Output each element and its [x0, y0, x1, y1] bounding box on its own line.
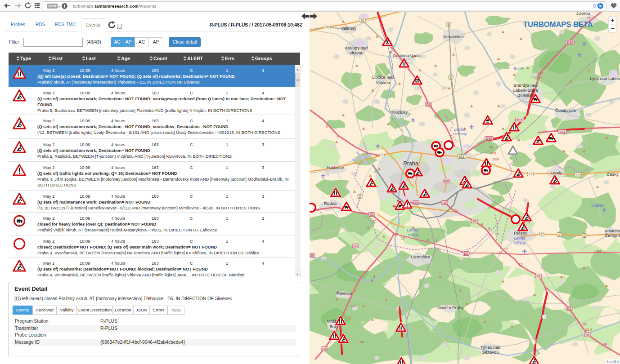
svg-text:10: 10 [394, 232, 398, 236]
svg-text:2b: 2b [454, 209, 458, 213]
svg-text:Veltrusy: Veltrusy [341, 26, 356, 31]
svg-text:2: 2 [584, 234, 585, 237]
svg-text:D8: D8 [427, 103, 431, 106]
svg-text:16: 16 [325, 26, 329, 29]
svg-text:Boleslav: Boleslav [517, 93, 534, 98]
svg-text:MO: MO [413, 201, 418, 204]
svg-text:Neratovice: Neratovice [443, 34, 463, 39]
svg-text:12: 12 [504, 247, 508, 251]
svg-text:Letňany: Letňany [453, 132, 467, 136]
svg-text:Praha: Praha [403, 160, 418, 167]
svg-text:D0: D0 [370, 213, 374, 216]
svg-text:−: − [611, 25, 614, 32]
svg-text:15: 15 [519, 262, 523, 266]
svg-text:16: 16 [360, 19, 364, 22]
svg-text:9: 9 [448, 23, 449, 26]
svg-text:D10: D10 [567, 41, 573, 44]
svg-text:Točná: Točná [408, 233, 418, 237]
svg-text:29: 29 [582, 322, 586, 326]
svg-text:24: 24 [359, 340, 364, 344]
svg-text:Vltavou: Vltavou [349, 50, 364, 55]
svg-text:34: 34 [603, 342, 607, 346]
svg-text:29 A: 29 A [585, 328, 592, 332]
svg-text:D1: D1 [443, 201, 447, 204]
svg-text:Odolena Voda: Odolena Voda [393, 53, 420, 58]
svg-text:Úvaly: Úvaly [551, 170, 562, 175]
svg-text:D0: D0 [464, 252, 468, 255]
svg-text:Letiště: Letiště [514, 236, 525, 240]
svg-text:Letiště: Letiště [454, 127, 465, 132]
svg-text:Lysá nad Labem: Lysá nad Labem [590, 76, 620, 81]
svg-text:D1: D1 [473, 220, 477, 223]
svg-text:12: 12 [576, 173, 580, 177]
svg-text:14: 14 [351, 304, 355, 308]
svg-text:3: 3 [544, 315, 545, 319]
svg-text:D11: D11 [560, 130, 565, 133]
svg-text:Říčany: Říčany [514, 241, 526, 245]
svg-text:9: 9 [450, 76, 452, 79]
svg-text:10: 10 [495, 232, 499, 236]
svg-text:Černošice: Černošice [411, 254, 431, 259]
svg-text:MO: MO [444, 180, 449, 183]
svg-text:60B: 60B [493, 157, 499, 161]
svg-text:601: 601 [459, 155, 464, 158]
svg-text:Řevnice: Řevnice [337, 291, 352, 296]
svg-text:12: 12 [529, 173, 532, 176]
svg-text:Černými: Černými [605, 233, 620, 238]
svg-text:Vltavou: Vltavou [376, 80, 390, 85]
svg-text:2: 2 [541, 233, 543, 236]
svg-text:608: 608 [490, 151, 496, 155]
svg-text:Letiště: Letiště [407, 228, 418, 232]
svg-text:D4: D4 [323, 347, 327, 351]
svg-text:15: 15 [373, 219, 377, 223]
svg-text:D1: D1 [586, 333, 590, 337]
svg-text:D1: D1 [567, 307, 571, 310]
svg-text:Leaflet: Leaflet [607, 360, 619, 364]
svg-text:82: 82 [598, 249, 602, 253]
svg-text:Český B: Český B [607, 172, 620, 177]
svg-text:7: 7 [381, 154, 383, 157]
svg-text:Kralupy nad: Kralupy nad [345, 45, 368, 50]
svg-text:27: 27 [586, 16, 591, 20]
svg-text:Vrátkov: Vrátkov [591, 203, 604, 208]
svg-text:59: 59 [489, 139, 493, 143]
svg-text:Jizerou: Jizerou [576, 12, 590, 16]
svg-text:5: 5 [359, 195, 361, 198]
svg-text:D0: D0 [310, 254, 314, 257]
svg-text:Roztoky: Roztoky [392, 110, 408, 115]
svg-text:+: + [611, 17, 614, 24]
svg-text:Rudná: Rudná [324, 201, 337, 206]
svg-text:60: 60 [489, 145, 493, 149]
svg-text:Borek: Borek [514, 67, 524, 71]
svg-text:Jílové u Prahy: Jílové u Prahy [436, 305, 463, 310]
svg-text:76: 76 [499, 250, 503, 254]
svg-text:Labem-Stará: Labem-Stará [513, 88, 539, 93]
svg-text:D1: D1 [537, 275, 541, 278]
svg-text:14: 14 [539, 75, 542, 80]
svg-text:2: 2 [558, 233, 560, 236]
svg-text:10: 10 [401, 236, 405, 240]
svg-text:Sázavou: Sázavou [482, 350, 499, 355]
svg-text:Hostivice: Hostivice [327, 165, 344, 170]
svg-text:Čelákovice: Čelákovice [555, 108, 576, 113]
svg-text:Libčice nad: Libčice nad [372, 75, 394, 80]
svg-text:D0: D0 [354, 244, 358, 248]
svg-text:Brandýs nad: Brandýs nad [513, 83, 537, 88]
svg-text:TURBOMAPS BETA: TURBOMAPS BETA [523, 20, 593, 28]
svg-text:D10: D10 [517, 119, 523, 122]
svg-text:14: 14 [539, 71, 543, 75]
svg-text:Týnec nad: Týnec nad [481, 345, 500, 350]
